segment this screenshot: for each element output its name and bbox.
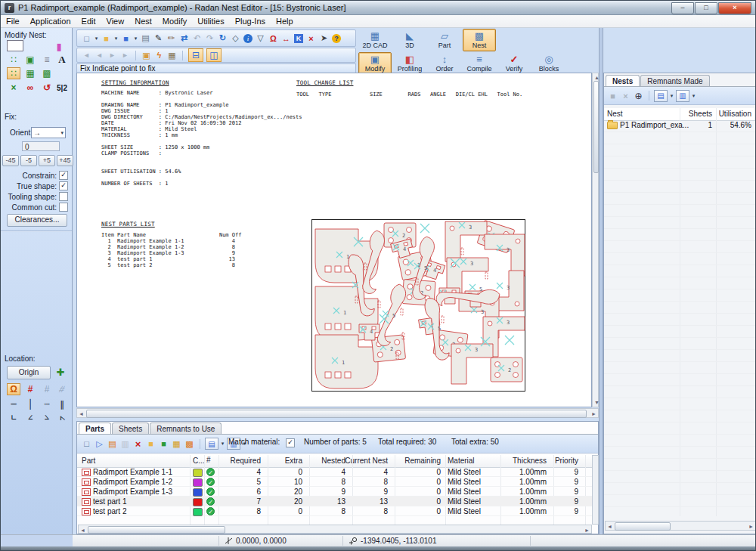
part-delete-icon[interactable]: × [132,438,144,450]
mode-button-modify[interactable]: ▣Modify [358,52,392,75]
nest-open-icon[interactable]: ■ [607,90,618,102]
angle-input[interactable]: 0 [22,141,60,151]
add-text-icon[interactable]: A [55,54,69,66]
constant-icon[interactable]: K [294,34,303,43]
angle-snap-icon[interactable]: ∠ [23,412,37,424]
part-open-icon[interactable]: ■ [145,438,156,450]
mode-button-3d[interactable]: ◣3D [393,29,426,51]
nav-last-icon[interactable]: ► [119,49,131,61]
mode-button-part[interactable]: ▱Part [428,29,461,51]
minimize-button[interactable]: – [671,2,694,14]
orient-dropdown[interactable]: → ▾ [31,127,66,138]
swap-icon[interactable]: ⇄ [178,33,190,45]
horizontal-line-icon[interactable]: ─ [7,398,20,410]
close-button[interactable]: × [718,2,751,14]
snap-magnet-icon[interactable]: Ω [7,383,20,395]
nests-horizontal-scrollbar[interactable]: ◄ ► [605,521,756,531]
menu-help[interactable]: Help [271,16,299,26]
grid-snap-icon[interactable]: # [23,383,37,395]
exit-door-icon[interactable]: ▮ [52,40,66,52]
detach-part-icon[interactable]: ∞ [23,82,37,94]
clearances-button[interactable]: Clearances... [7,214,67,227]
part-list-icon[interactable]: ≡ [40,54,54,66]
nodes-icon[interactable]: ◇ [230,33,241,45]
parts-table-row[interactable]: Radimport Example 1-2✓510880Mild Steel1.… [77,477,598,487]
filter-icon[interactable]: ▽ [255,33,266,45]
delete-part-icon[interactable]: × [7,82,20,94]
match-material-checkbox[interactable]: ✓ [286,438,295,447]
checkbox-tooling-shape[interactable] [59,192,68,201]
parts-table-row[interactable]: test part 1✓72013130Mild Steel1.00mm9 [77,497,598,506]
scroll-left-icon[interactable]: ◄ [80,526,85,534]
sheet-icon[interactable] [7,40,23,51]
dropdown-icon[interactable]: ▾ [94,33,99,45]
print-icon[interactable]: ▤ [140,33,151,45]
parts-table-row[interactable]: Radimport Example 1-3✓620990Mild Steel1.… [77,487,598,497]
nest-delete-icon[interactable]: × [620,90,631,102]
menu-view[interactable]: View [101,16,130,26]
nav-prev-icon[interactable]: ◄ [94,49,105,61]
drawing-vertical-scrollbar[interactable]: ▲ ▼ [592,73,599,407]
angle-button-plus45[interactable]: +45 [57,155,73,166]
view-1-icon[interactable]: ▤ [205,438,218,450]
part-block-icon[interactable]: ■ [158,438,169,450]
mode-button-blocks[interactable]: ◎Blocks [532,52,565,75]
tab-parts[interactable]: Parts [79,423,111,435]
menu-file[interactable]: File [1,16,25,26]
checkbox-common-cut[interactable] [59,203,68,212]
scrollbar-thumb[interactable] [593,81,599,173]
part-new-icon[interactable]: □ [81,438,92,450]
rotate-icon[interactable]: ↻ [217,33,228,45]
parts-table-row[interactable]: test part 2✓80880Mild Steel1.00mm9 [77,506,598,516]
scroll-left-icon[interactable]: ◄ [79,410,84,418]
nest-pair-icon[interactable]: ∷ [7,54,20,66]
split-h-icon[interactable]: ⊟ [188,48,203,62]
tab-sheets[interactable]: Sheets [112,423,149,434]
mode-button-2d-cad[interactable]: ▦2D CAD [358,29,392,51]
undo-icon[interactable]: ↶ [191,33,203,45]
checkbox-true-shape[interactable]: ✓ [59,181,68,190]
dropdown-icon[interactable]: ▾ [220,438,225,450]
scrollbar-thumb[interactable] [86,410,587,418]
nest-target-icon[interactable]: ⊕ [633,90,644,102]
title-bar[interactable]: r P1 Radimport_example (Radimport_exampl… [1,1,755,15]
chevron-down-icon[interactable]: ▾ [60,130,64,136]
angle-button-minus45[interactable]: -45 [2,155,19,166]
dropdown-icon[interactable]: ▾ [669,90,674,102]
part-grid-edit-icon[interactable]: ▩ [184,438,195,450]
multi-nest-icon[interactable]: ▦ [23,67,37,79]
magnet-icon[interactable]: Ω [268,33,279,45]
parallel-line-icon[interactable]: ∥ [55,398,69,410]
grid-diagonal-icon[interactable]: # [53,383,70,395]
mode-button-verify[interactable]: ✓Verify [497,52,531,75]
corner-snap-icon[interactable]: ∟ [7,412,20,424]
scroll-left-icon[interactable]: ◄ [607,522,612,531]
parts-vertical-scrollbar[interactable] [592,455,599,525]
checkbox-constrain[interactable]: ✓ [59,171,68,180]
mode-button-compile[interactable]: ≡Compile [463,52,496,75]
flash-icon[interactable]: ϟ [153,49,165,61]
angle-snap-mirror-icon[interactable]: ∠ [40,412,54,424]
tab-remnants-to-use[interactable]: Remnants to Use [150,423,222,434]
sheet-grid-icon[interactable]: ▦ [166,49,178,61]
scrollbar-thumb[interactable] [615,522,671,531]
pencil-icon[interactable]: ✎ [153,33,164,45]
zoom-box-icon[interactable]: ▣ [141,49,152,61]
tab-nests[interactable]: Nests [606,75,640,87]
scroll-right-icon[interactable]: ► [584,526,590,534]
save-icon[interactable]: ■ [120,33,132,45]
part-import-icon[interactable]: ▷ [94,438,105,450]
mode-button-profiling[interactable]: ◧Profiling [393,52,426,75]
open-folder-icon[interactable]: ■ [101,33,112,45]
dropdown-icon[interactable]: ▾ [113,33,119,45]
menu-edit[interactable]: Edit [76,16,101,26]
new-document-icon[interactable]: □ [81,33,92,45]
redo-icon[interactable]: ↷ [204,33,215,45]
menu-plug-ins[interactable]: Plug-Ins [230,16,271,26]
menu-application[interactable]: Application [25,16,76,26]
mode-button-nest[interactable]: ▩Nest [463,29,496,51]
origin-button[interactable]: Origin [7,366,51,379]
angle-button-minus5[interactable]: -5 [20,155,37,166]
menu-utilities[interactable]: Utilities [192,16,229,26]
mode-button-order[interactable]: ↕Order [428,52,461,75]
